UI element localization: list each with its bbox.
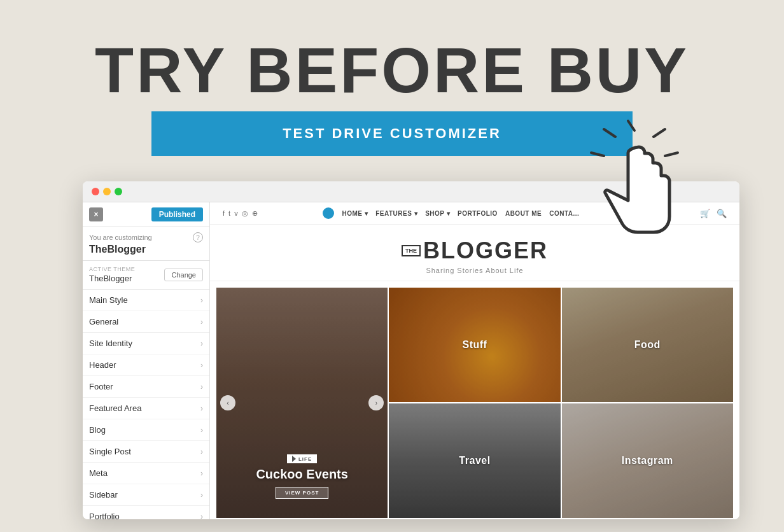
active-theme-name: TheBlogger: [89, 274, 132, 283]
chevron-right-icon: ›: [200, 491, 203, 500]
menu-item-label: Sidebar: [89, 490, 118, 500]
menu-item-meta[interactable]: Meta ›: [83, 463, 209, 484]
published-button[interactable]: Published: [151, 207, 203, 221]
change-theme-button[interactable]: Change: [164, 269, 203, 281]
browser-dot-red[interactable]: [92, 188, 99, 195]
menu-item-general[interactable]: General ›: [83, 311, 209, 333]
background-headline: TRY BEFORE BUY: [0, 38, 784, 102]
instagram-overlay: Instagram: [562, 403, 733, 518]
nav-features[interactable]: FEATURES ▾: [375, 210, 417, 217]
customizer-header: × Published: [83, 202, 209, 227]
menu-item-single-post[interactable]: Single Post ›: [83, 441, 209, 463]
instagram-label: Instagram: [622, 455, 673, 466]
post-title: Cuckoo Events: [256, 467, 347, 482]
menu-item-label: Site Identity: [89, 339, 132, 348]
menu-item-label: Footer: [89, 382, 113, 391]
facebook-icon[interactable]: f: [223, 209, 225, 217]
menu-item-header[interactable]: Header ›: [83, 354, 209, 376]
menu-item-portfolio[interactable]: Portfolio ›: [83, 506, 209, 519]
stuff-overlay: Stuff: [389, 288, 560, 402]
nav-links: HOME ▾ FEATURES ▾ SHOP ▾ PORTFOLIO ABOUT…: [323, 207, 579, 219]
chevron-right-icon: ›: [200, 382, 203, 391]
chevron-right-icon: ›: [200, 296, 203, 305]
nav-right: 🛒 🔍: [700, 209, 727, 218]
instagram-post[interactable]: Instagram: [562, 403, 733, 518]
search-icon[interactable]: 🔍: [717, 209, 727, 218]
post-tag: LIFE: [287, 454, 317, 463]
view-post-button[interactable]: VIEW POST: [276, 487, 328, 499]
svg-line-4: [591, 153, 604, 156]
travel-overlay: Travel: [389, 403, 560, 518]
menu-item-label: Meta: [89, 468, 108, 478]
chevron-right-icon: ›: [200, 447, 203, 456]
chevron-right-icon: ›: [200, 339, 203, 348]
travel-post[interactable]: Travel: [389, 403, 560, 518]
featured-post[interactable]: LIFE Cuckoo Events VIEW POST ‹ ›: [216, 288, 388, 518]
menu-item-label: Single Post: [89, 447, 131, 456]
svg-line-1: [654, 129, 665, 137]
dribbble-icon[interactable]: ◎: [242, 209, 248, 218]
logo-text: BLOGGER: [423, 237, 548, 264]
food-post[interactable]: Food: [562, 288, 733, 402]
menu-item-label: Portfolio: [89, 512, 120, 519]
social-icons: f t v ◎ ⊕: [223, 209, 258, 218]
travel-label: Travel: [459, 455, 490, 466]
browser-dot-yellow[interactable]: [103, 188, 111, 195]
food-label: Food: [634, 339, 661, 351]
nav-shop[interactable]: SHOP ▾: [425, 210, 450, 217]
menu-item-label: Blog: [89, 425, 106, 435]
menu-item-sidebar[interactable]: Sidebar ›: [83, 484, 209, 506]
active-theme-label: ACTIVE THEME: [89, 266, 135, 272]
menu-item-blog[interactable]: Blog ›: [83, 419, 209, 441]
twitter-icon[interactable]: t: [228, 209, 230, 217]
website-preview: f t v ◎ ⊕ HOME ▾ FEATURES ▾ SHOP ▾ PORTF…: [210, 202, 739, 519]
nav-about[interactable]: ABOUT ME: [505, 210, 542, 217]
chevron-right-icon: ›: [200, 512, 203, 520]
menu-item-label: Main Style: [89, 295, 128, 305]
menu-item-footer[interactable]: Footer ›: [83, 376, 209, 398]
menu-item-main-style[interactable]: Main Style ›: [83, 290, 209, 311]
browser-content: × Published You are customizing ? TheBlo…: [83, 202, 739, 519]
menu-item-label: General: [89, 317, 118, 326]
banner-text: TEST DRIVE CUSTOMIZER: [283, 125, 501, 141]
close-button[interactable]: ×: [89, 207, 103, 221]
active-theme-section: ACTIVE THEME TheBlogger Change: [83, 261, 209, 290]
customizing-theme-name: TheBlogger: [83, 244, 209, 261]
chevron-right-icon: ›: [200, 404, 203, 413]
menu-item-label: Featured Area: [89, 403, 141, 413]
blog-grid: LIFE Cuckoo Events VIEW POST ‹ › Stuff: [216, 288, 733, 518]
blue-banner[interactable]: TEST DRIVE CUSTOMIZER: [151, 111, 633, 156]
browser-dot-green[interactable]: [115, 188, 122, 195]
chevron-right-icon: ›: [200, 469, 203, 478]
cursor-icon: [571, 118, 685, 245]
featured-overlay: LIFE Cuckoo Events VIEW POST ‹ ›: [216, 288, 388, 518]
customizer-sidebar: × Published You are customizing ? TheBlo…: [83, 202, 210, 519]
svg-line-0: [628, 121, 634, 130]
customizing-label: You are customizing ?: [83, 227, 209, 244]
stuff-label: Stuff: [463, 339, 487, 351]
cart-icon[interactable]: 🛒: [700, 209, 710, 218]
instagram-icon[interactable]: ⊕: [252, 209, 258, 218]
chevron-right-icon: ›: [200, 318, 203, 326]
slide-content: LIFE Cuckoo Events VIEW POST: [216, 454, 388, 499]
svg-line-2: [665, 153, 678, 156]
nav-logo-icon: [323, 207, 334, 219]
logo-box: THE: [402, 245, 421, 256]
stuff-post[interactable]: Stuff: [389, 288, 560, 402]
nav-home[interactable]: HOME ▾: [342, 210, 368, 217]
vimeo-icon[interactable]: v: [234, 209, 238, 217]
food-overlay: Food: [562, 288, 733, 402]
slider-next[interactable]: ›: [368, 395, 384, 410]
menu-item-site-identity[interactable]: Site Identity ›: [83, 333, 209, 354]
svg-line-3: [604, 129, 615, 137]
site-tagline: Sharing Stories About Life: [223, 267, 727, 274]
customizer-menu: Main Style › General › Site Identity › H…: [83, 290, 209, 519]
site-logo: THE BLOGGER: [402, 237, 548, 264]
nav-portfolio[interactable]: PORTFOLIO: [458, 210, 498, 217]
menu-item-featured-area[interactable]: Featured Area ›: [83, 398, 209, 419]
info-icon[interactable]: ?: [193, 232, 203, 242]
slider-prev[interactable]: ‹: [220, 395, 235, 410]
menu-item-label: Header: [89, 360, 116, 370]
chevron-right-icon: ›: [200, 426, 203, 435]
chevron-right-icon: ›: [200, 361, 203, 370]
